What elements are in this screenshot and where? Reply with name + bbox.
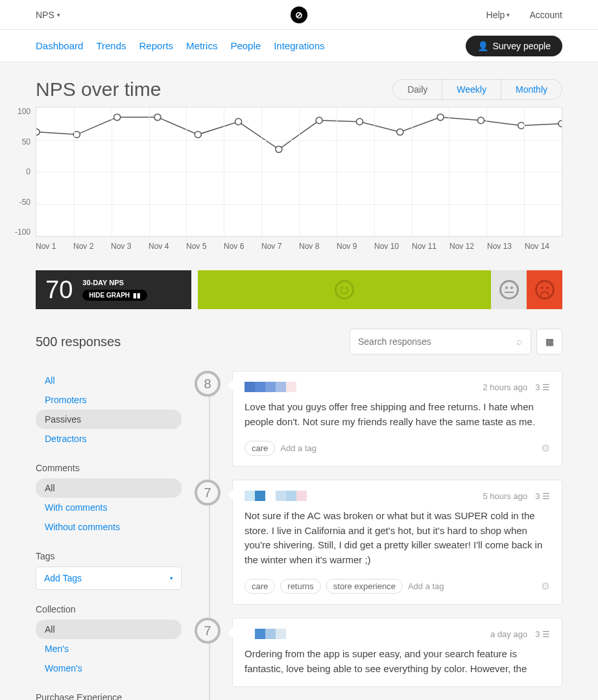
- tag-chip[interactable]: returns: [280, 579, 320, 594]
- response-card[interactable]: a day ago3 ☰Ordering from the app is sup…: [232, 618, 562, 687]
- svg-point-3: [154, 114, 161, 121]
- respondent-name-obscured: [245, 382, 296, 392]
- filter-type-detractors[interactable]: Detractors: [36, 429, 182, 449]
- response-item: 75 hours ago3 ☰Not sure if the AC was br…: [195, 480, 562, 605]
- svg-point-4: [195, 132, 201, 138]
- filter-comments-with-comments[interactable]: With comments: [36, 498, 182, 517]
- filter-title-comments: Comments: [36, 463, 182, 473]
- filter-comments-without-comments[interactable]: Without comments: [36, 517, 182, 537]
- filter-collection-men-s[interactable]: Men's: [36, 639, 182, 659]
- response-time: 2 hours ago: [483, 382, 527, 392]
- navbar: DashboardTrendsReportsMetricsPeopleInteg…: [0, 30, 598, 62]
- nav-tab-dashboard[interactable]: Dashboard: [36, 40, 83, 51]
- response-meta-count[interactable]: 3 ☰: [535, 382, 550, 392]
- nav-tab-integrations[interactable]: Integrations: [274, 40, 324, 51]
- search-icon[interactable]: ⌕: [516, 336, 523, 347]
- svg-point-2: [114, 114, 121, 121]
- response-card[interactable]: 5 hours ago3 ☰Not sure if the AC was bro…: [232, 480, 562, 605]
- response-item: 7a day ago3 ☰Ordering from the app is su…: [195, 618, 562, 687]
- tag-chip[interactable]: care: [245, 579, 275, 594]
- tag-chip[interactable]: care: [245, 441, 275, 456]
- response-text: Ordering from the app is super easy, and…: [245, 647, 550, 676]
- tag-chip[interactable]: store experience: [326, 579, 403, 594]
- filter-collection-all[interactable]: All: [36, 620, 182, 639]
- sad-face-icon: [535, 280, 555, 299]
- gear-icon[interactable]: ⚙: [541, 580, 550, 592]
- add-tag-button[interactable]: Add a tag: [280, 443, 317, 453]
- search-box: ⌕: [350, 329, 531, 355]
- logo-icon: ⊘: [291, 6, 307, 23]
- respondent-name-obscured: [245, 491, 307, 501]
- meh-face-icon: [499, 280, 519, 299]
- chevron-down-icon: ▾: [507, 12, 510, 18]
- nps-score-label: 30-DAY NPS: [82, 279, 147, 286]
- svg-point-0: [36, 129, 40, 135]
- nps-chart: 100500-50-100 Nov 1Nov 2Nov 3Nov 4Nov 5N…: [23, 107, 562, 251]
- filter-type-passives[interactable]: Passives: [36, 410, 182, 429]
- responses-list: 82 hours ago3 ☰Love that you guys offer …: [195, 371, 562, 700]
- calendar-button[interactable]: ▦: [536, 329, 562, 355]
- response-score: 7: [195, 480, 221, 506]
- filter-title-collection: Collection: [36, 604, 182, 614]
- filter-title-purchase: Purchase Experience: [36, 692, 182, 700]
- response-meta-count[interactable]: 3 ☰: [535, 491, 550, 501]
- period-daily[interactable]: Daily: [393, 80, 442, 99]
- period-monthly[interactable]: Monthly: [501, 80, 562, 99]
- add-tag-button[interactable]: Add a tag: [408, 581, 444, 591]
- nps-score-box: 70 30-DAY NPS HIDE GRAPH ▮▮: [36, 270, 191, 309]
- passives-segment[interactable]: [491, 270, 527, 309]
- page-title: NPS over time: [36, 78, 161, 100]
- period-weekly[interactable]: Weekly: [442, 80, 501, 99]
- chevron-down-icon: ▾: [170, 575, 173, 581]
- filter-title-tags: Tags: [36, 551, 182, 561]
- svg-point-10: [437, 114, 444, 121]
- respondent-name-obscured: [245, 629, 286, 639]
- calendar-icon: ▦: [545, 336, 554, 347]
- svg-point-6: [276, 146, 282, 152]
- help-link[interactable]: Help ▾: [486, 10, 510, 20]
- search-input[interactable]: [358, 336, 516, 347]
- chevron-down-icon: ▾: [57, 12, 60, 18]
- add-tags-select[interactable]: Add Tags▾: [36, 566, 182, 590]
- nav-tab-trends[interactable]: Trends: [96, 40, 126, 51]
- topbar: NPS▾ ⊘ Help ▾ Account: [0, 0, 598, 30]
- survey-people-button[interactable]: 👤Survey people: [466, 36, 562, 56]
- filter-type-promoters[interactable]: Promoters: [36, 390, 182, 410]
- detractors-segment[interactable]: [527, 270, 562, 309]
- period-toggle: Daily Weekly Monthly: [392, 79, 562, 100]
- nav-tab-metrics[interactable]: Metrics: [186, 40, 217, 51]
- nav-tab-people[interactable]: People: [230, 40, 261, 51]
- filter-type-all[interactable]: All: [36, 371, 182, 390]
- svg-point-9: [397, 129, 403, 135]
- svg-point-7: [316, 117, 322, 124]
- response-item: 82 hours ago3 ☰Love that you guys offer …: [195, 371, 562, 467]
- response-score: 7: [195, 618, 221, 644]
- response-time: 5 hours ago: [483, 491, 527, 501]
- nav-tab-reports[interactable]: Reports: [139, 40, 174, 51]
- nps-score-value: 70: [45, 276, 73, 304]
- response-text: Love that you guys offer free shipping a…: [245, 400, 550, 429]
- svg-point-11: [477, 117, 484, 124]
- filter-collection-women-s[interactable]: Women's: [36, 659, 182, 678]
- account-link[interactable]: Account: [529, 10, 562, 20]
- svg-point-5: [235, 119, 241, 125]
- filters-sidebar: AllPromotersPassivesDetractors Comments …: [36, 371, 182, 700]
- response-meta-count[interactable]: 3 ☰: [535, 629, 550, 639]
- response-card[interactable]: 2 hours ago3 ☰Love that you guys offer f…: [232, 371, 562, 467]
- filter-comments-all[interactable]: All: [36, 478, 182, 498]
- nps-dropdown[interactable]: NPS▾: [36, 10, 60, 20]
- response-score: 8: [195, 371, 221, 397]
- response-text: Not sure if the AC was broken or what bu…: [245, 509, 550, 567]
- promoters-segment[interactable]: [198, 270, 491, 309]
- svg-point-8: [356, 119, 363, 125]
- responses-count: 500 responses: [36, 334, 121, 349]
- happy-face-icon: [335, 280, 354, 299]
- gear-icon[interactable]: ⚙: [541, 442, 550, 454]
- bar-chart-icon: ▮▮: [133, 292, 141, 299]
- response-time: a day ago: [490, 629, 527, 639]
- person-icon: 👤: [477, 41, 488, 51]
- svg-point-13: [558, 121, 562, 127]
- hide-graph-button[interactable]: HIDE GRAPH ▮▮: [82, 290, 147, 301]
